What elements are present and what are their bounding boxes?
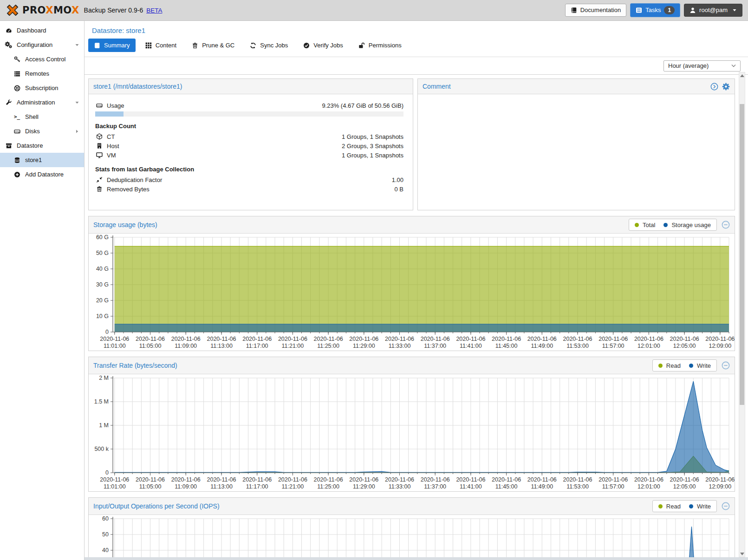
svg-text:20 G: 20 G <box>96 297 109 304</box>
tab-label: Permissions <box>369 42 402 49</box>
legend-item-read: Read <box>658 503 681 510</box>
sidebar-item-configuration[interactable]: Configuration <box>0 38 84 52</box>
svg-text:40: 40 <box>102 547 109 553</box>
sidebar-item-label: Remotes <box>25 70 49 77</box>
tab-content[interactable]: Content <box>140 39 182 52</box>
svg-text:2020-11-06: 2020-11-06 <box>634 476 663 483</box>
brand-text: PROXMOX <box>22 5 79 16</box>
svg-text:2020-11-06: 2020-11-06 <box>100 336 129 342</box>
gear-icon[interactable] <box>722 83 730 91</box>
scroll-down-arrow[interactable] <box>739 551 745 557</box>
tab-verify-jobs[interactable]: Verify Jobs <box>298 39 349 52</box>
database-icon <box>13 157 21 163</box>
sidebar-item-shell[interactable]: >_Shell <box>0 110 84 124</box>
scroll-up-arrow[interactable] <box>739 72 745 78</box>
collapse-panel-icon[interactable] <box>722 361 730 370</box>
check-circle-icon <box>303 42 310 49</box>
hdd-icon <box>13 128 21 135</box>
documentation-button[interactable]: Documentation <box>565 4 626 17</box>
stat-row-removed-bytes: Removed Bytes0 B <box>95 184 403 194</box>
sidebar-item-dashboard[interactable]: Dashboard <box>0 23 84 38</box>
svg-text:2020-11-06: 2020-11-06 <box>278 476 307 483</box>
svg-text:30 G: 30 G <box>96 281 109 288</box>
svg-text:11:49:00: 11:49:00 <box>531 343 553 349</box>
tasks-button[interactable]: Tasks 1 <box>630 3 680 17</box>
stat-label: Host <box>107 143 119 150</box>
svg-text:2020-11-06: 2020-11-06 <box>456 336 485 342</box>
brand-segment: X <box>46 5 53 16</box>
brand-segment: PRO <box>22 5 46 16</box>
svg-text:11:09:00: 11:09:00 <box>175 483 197 490</box>
comment-body[interactable] <box>418 94 735 208</box>
brand-segment: X <box>72 5 79 16</box>
stat-label: VM <box>107 152 116 159</box>
svg-text:2020-11-06: 2020-11-06 <box>314 476 343 483</box>
stat-value: 1 Groups, 1 Snapshots <box>342 133 403 140</box>
svg-text:2020-11-06: 2020-11-06 <box>634 336 663 342</box>
book-icon <box>571 7 577 13</box>
legend-item-storage-usage: Storage usage <box>663 221 711 228</box>
svg-text:12:05:00: 12:05:00 <box>673 343 696 349</box>
scrollbar-thumb[interactable] <box>740 104 744 405</box>
collapse-panel-icon[interactable] <box>722 502 730 510</box>
product-subtitle: Backup Server 0.9-6 <box>84 7 143 14</box>
svg-text:11:41:00: 11:41:00 <box>460 343 482 349</box>
caret-down-icon[interactable] <box>75 100 79 105</box>
unlock-icon <box>358 42 365 49</box>
svg-text:2020-11-06: 2020-11-06 <box>527 336 557 342</box>
sidebar-item-store1[interactable]: store1 <box>0 153 84 167</box>
svg-text:2020-11-06: 2020-11-06 <box>136 476 165 483</box>
svg-text:60: 60 <box>102 515 109 522</box>
svg-text:12:09:00: 12:09:00 <box>709 343 731 349</box>
sidebar-item-subscription[interactable]: Subscription <box>0 81 84 95</box>
stat-value: 1 Groups, 1 Snapshots <box>342 152 403 159</box>
legend-item-read: Read <box>658 362 681 369</box>
svg-text:11:53:00: 11:53:00 <box>566 343 589 349</box>
datastore-summary-title: store1 (/mnt/datastores/store1) <box>93 83 182 90</box>
time-range-select[interactable]: Hour (average) <box>663 60 741 72</box>
chevron-circle-icon[interactable] <box>710 83 718 91</box>
sidebar-item-disks[interactable]: Disks <box>0 124 84 138</box>
tab-permissions[interactable]: Permissions <box>353 39 407 52</box>
svg-text:50: 50 <box>102 531 109 538</box>
svg-text:2020-11-06: 2020-11-06 <box>385 336 414 342</box>
svg-text:11:53:00: 11:53:00 <box>566 483 589 490</box>
sidebar-item-label: Add Datastore <box>25 171 64 178</box>
usage-progress-fill <box>95 111 124 117</box>
svg-text:2020-11-06: 2020-11-06 <box>278 336 307 342</box>
svg-text:2020-11-06: 2020-11-06 <box>527 476 557 483</box>
legend-label: Total <box>643 221 655 228</box>
svg-text:2020-11-06: 2020-11-06 <box>421 336 450 342</box>
sidebar-item-access-control[interactable]: Access Control <box>0 52 84 66</box>
sidebar-item-datastore[interactable]: Datastore <box>0 138 84 153</box>
tab-prune-gc[interactable]: Prune & GC <box>186 39 240 52</box>
tab-summary[interactable]: Summary <box>88 39 136 52</box>
beta-link[interactable]: BETA <box>146 7 162 14</box>
sidebar-item-administration[interactable]: Administration <box>0 95 84 110</box>
caret-down-icon[interactable] <box>75 43 79 47</box>
legend-item-write: Write <box>689 362 711 369</box>
legend-label: Storage usage <box>671 221 711 228</box>
svg-text:500 k: 500 k <box>94 446 109 452</box>
caret-right-icon[interactable] <box>75 129 79 134</box>
svg-text:50 G: 50 G <box>96 250 109 256</box>
dashboard-icon <box>5 27 13 34</box>
tab-sync-jobs[interactable]: Sync Jobs <box>244 39 293 52</box>
tab-label: Verify Jobs <box>313 42 343 49</box>
vertical-scrollbar[interactable] <box>739 72 745 557</box>
legend-label: Write <box>697 362 711 369</box>
sidebar-item-label: Subscription <box>25 85 59 91</box>
stat-value: 2 Groups, 3 Snapshots <box>342 143 403 150</box>
sidebar-item-add-datastore[interactable]: Add Datastore <box>0 167 84 182</box>
sidebar-item-remotes[interactable]: Remotes <box>0 66 84 81</box>
svg-text:2020-11-06: 2020-11-06 <box>314 336 343 342</box>
svg-text:11:01:00: 11:01:00 <box>104 343 126 349</box>
chevron-down-icon <box>732 8 737 13</box>
sidebar-item-label: store1 <box>25 156 42 163</box>
comment-panel: Comment <box>417 78 735 210</box>
svg-text:2020-11-06: 2020-11-06 <box>385 476 414 483</box>
svg-text:11:05:00: 11:05:00 <box>139 343 162 349</box>
user-menu-button[interactable]: root@pam <box>684 4 742 17</box>
collapse-panel-icon[interactable] <box>722 221 730 229</box>
sidebar: DashboardConfigurationAccess ControlRemo… <box>0 21 85 560</box>
